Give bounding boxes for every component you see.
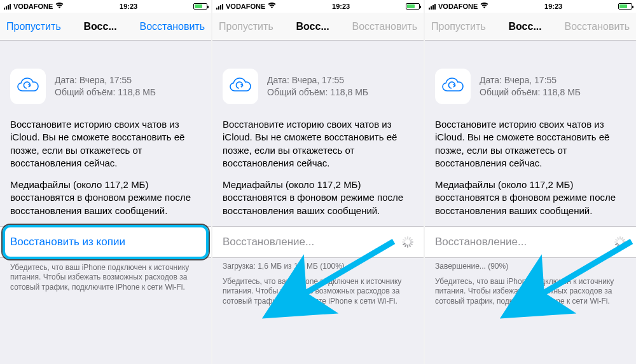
status-bar: VODAFONE 19:23 [0, 0, 211, 13]
nav-bar: Пропустить Восс... Восстановить [0, 13, 211, 41]
content-area: Дата: Вчера, 17:55 Общий объём: 118,8 МБ… [0, 41, 211, 364]
nav-restore-button[interactable]: Восстановить [140, 21, 205, 32]
backup-info-row: Дата: Вчера, 17:55 Общий объём: 118,8 МБ [0, 60, 211, 113]
description-text: Восстановите историю своих чатов из iClo… [212, 113, 424, 217]
phone-screen-3: VODAFONE 19:23 Пропустить Восс... Восста… [425, 0, 636, 364]
backup-size: Общий объём: 118,8 МБ [55, 86, 156, 98]
restore-progress-cell: Восстановление... [425, 226, 636, 258]
battery-icon [618, 3, 632, 10]
signal-icon [429, 3, 436, 10]
carrier-label: VODAFONE [13, 3, 53, 10]
icloud-backup-icon [435, 69, 471, 104]
restore-progress-cell: Восстановление... [212, 226, 424, 258]
signal-icon [4, 3, 11, 10]
description-text: Восстановите историю своих чатов из iClo… [0, 113, 211, 217]
signal-icon [216, 3, 223, 10]
download-progress-text: Загрузка: 1,6 МБ из 1,6 МБ (100%) [212, 258, 424, 272]
backup-info-row: Дата: Вчера, 17:55 Общий объём: 118,8 МБ [425, 60, 636, 113]
phone-screen-2: VODAFONE 19:23 Пропустить Восс... Восста… [212, 0, 424, 364]
battery-icon [193, 3, 207, 10]
wifi-icon [55, 3, 64, 10]
description-text: Восстановите историю своих чатов из iClo… [425, 113, 636, 217]
footer-note: Убедитесь, что ваш iPhone подключен к ис… [212, 272, 424, 317]
carrier-label: VODAFONE [226, 3, 265, 10]
status-bar: VODAFONE 19:23 [425, 0, 636, 13]
nav-title: Восс... [509, 21, 542, 32]
time-label: 19:23 [332, 3, 350, 10]
footer-note: Убедитесь, что ваш iPhone подключен к ис… [425, 272, 636, 317]
nav-bar: Пропустить Восс... Восстановить [425, 13, 636, 41]
content-area: Дата: Вчера, 17:55 Общий объём: 118,8 МБ… [425, 41, 636, 364]
backup-date: Дата: Вчера, 17:55 [480, 74, 581, 86]
backup-size: Общий объём: 118,8 МБ [267, 86, 368, 98]
nav-bar: Пропустить Восс... Восстановить [212, 13, 424, 41]
completion-progress-text: Завершение... (90%) [425, 258, 636, 272]
content-area: Дата: Вчера, 17:55 Общий объём: 118,8 МБ… [212, 41, 424, 364]
spinner-icon [614, 236, 626, 248]
skip-button: Пропустить [431, 21, 486, 32]
nav-title: Восс... [84, 21, 117, 32]
time-label: 19:23 [544, 3, 562, 10]
backup-date: Дата: Вчера, 17:55 [267, 74, 368, 86]
spinner-icon [402, 236, 413, 248]
icloud-backup-icon [10, 69, 46, 104]
skip-button[interactable]: Пропустить [6, 21, 61, 32]
phone-screen-1: VODAFONE 19:23 Пропустить Восс... Восста… [0, 0, 211, 364]
backup-info-row: Дата: Вчера, 17:55 Общий объём: 118,8 МБ [212, 60, 424, 113]
backup-size: Общий объём: 118,8 МБ [480, 86, 581, 98]
backup-date: Дата: Вчера, 17:55 [55, 74, 156, 86]
battery-icon [406, 3, 420, 10]
time-label: 19:23 [120, 3, 137, 10]
footer-note: Убедитесь, что ваш iPhone подключен к ис… [0, 258, 211, 303]
status-bar: VODAFONE 19:23 [212, 0, 424, 13]
skip-button: Пропустить [219, 21, 273, 32]
nav-restore-button: Восстановить [352, 21, 417, 32]
carrier-label: VODAFONE [438, 3, 478, 10]
nav-restore-button: Восстановить [565, 21, 630, 32]
wifi-icon [480, 3, 488, 10]
wifi-icon [268, 3, 276, 10]
nav-title: Восс... [296, 21, 329, 32]
icloud-backup-icon [223, 69, 258, 104]
restore-from-backup-button[interactable]: Восстановить из копии [0, 226, 211, 258]
